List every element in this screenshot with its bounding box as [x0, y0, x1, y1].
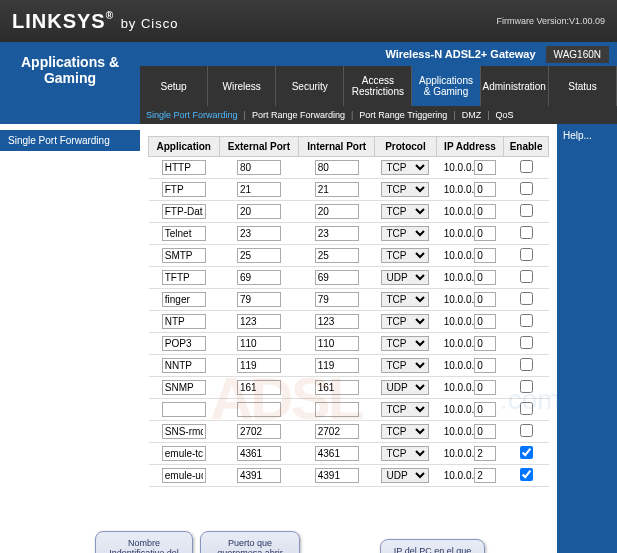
protocol-select[interactable]: UDP	[381, 270, 429, 285]
external-port-input[interactable]	[237, 204, 281, 219]
protocol-select[interactable]: UDP	[381, 380, 429, 395]
application-input[interactable]	[162, 468, 206, 483]
internal-port-input[interactable]	[315, 402, 359, 417]
application-input[interactable]	[162, 292, 206, 307]
internal-port-input[interactable]	[315, 358, 359, 373]
protocol-select[interactable]: UDP	[381, 468, 429, 483]
enable-checkbox[interactable]	[520, 402, 533, 415]
external-port-input[interactable]	[237, 446, 281, 461]
external-port-input[interactable]	[237, 182, 281, 197]
external-port-input[interactable]	[237, 314, 281, 329]
enable-checkbox[interactable]	[520, 204, 533, 217]
application-input[interactable]	[162, 380, 206, 395]
enable-checkbox[interactable]	[520, 446, 533, 459]
ip-last-octet-input[interactable]	[474, 248, 496, 263]
enable-checkbox[interactable]	[520, 358, 533, 371]
external-port-input[interactable]	[237, 270, 281, 285]
external-port-input[interactable]	[237, 336, 281, 351]
application-input[interactable]	[162, 336, 206, 351]
application-input[interactable]	[162, 182, 206, 197]
subtab-dmz[interactable]: DMZ	[462, 110, 482, 120]
application-input[interactable]	[162, 358, 206, 373]
enable-checkbox[interactable]	[520, 380, 533, 393]
enable-checkbox[interactable]	[520, 160, 533, 173]
internal-port-input[interactable]	[315, 336, 359, 351]
application-input[interactable]	[162, 402, 206, 417]
protocol-select[interactable]: TCP	[381, 248, 429, 263]
application-input[interactable]	[162, 424, 206, 439]
tab-setup[interactable]: Setup	[140, 66, 208, 106]
protocol-select[interactable]: TCP	[381, 446, 429, 461]
internal-port-input[interactable]	[315, 226, 359, 241]
ip-last-octet-input[interactable]	[474, 380, 496, 395]
enable-checkbox[interactable]	[520, 182, 533, 195]
ip-last-octet-input[interactable]	[474, 402, 496, 417]
subtab-single-port-forwarding[interactable]: Single Port Forwarding	[146, 110, 238, 120]
ip-last-octet-input[interactable]	[474, 270, 496, 285]
ip-last-octet-input[interactable]	[474, 182, 496, 197]
protocol-select[interactable]: TCP	[381, 402, 429, 417]
ip-last-octet-input[interactable]	[474, 314, 496, 329]
ip-last-octet-input[interactable]	[474, 226, 496, 241]
internal-port-input[interactable]	[315, 380, 359, 395]
external-port-input[interactable]	[237, 226, 281, 241]
external-port-input[interactable]	[237, 358, 281, 373]
external-port-input[interactable]	[237, 402, 281, 417]
internal-port-input[interactable]	[315, 270, 359, 285]
ip-last-octet-input[interactable]	[474, 204, 496, 219]
protocol-select[interactable]: TCP	[381, 160, 429, 175]
tab-security[interactable]: Security	[276, 66, 344, 106]
ip-last-octet-input[interactable]	[474, 468, 496, 483]
external-port-input[interactable]	[237, 424, 281, 439]
internal-port-input[interactable]	[315, 424, 359, 439]
ip-last-octet-input[interactable]	[474, 336, 496, 351]
protocol-select[interactable]: TCP	[381, 424, 429, 439]
subtab-port-range-triggering[interactable]: Port Range Triggering	[359, 110, 447, 120]
ip-last-octet-input[interactable]	[474, 446, 496, 461]
external-port-input[interactable]	[237, 292, 281, 307]
application-input[interactable]	[162, 204, 206, 219]
external-port-input[interactable]	[237, 160, 281, 175]
application-input[interactable]	[162, 446, 206, 461]
tab-status[interactable]: Status	[549, 66, 617, 106]
subtab-qos[interactable]: QoS	[496, 110, 514, 120]
tab-applications-gaming[interactable]: Applications & Gaming	[412, 66, 480, 106]
ip-last-octet-input[interactable]	[474, 424, 496, 439]
tab-wireless[interactable]: Wireless	[208, 66, 276, 106]
internal-port-input[interactable]	[315, 314, 359, 329]
enable-checkbox[interactable]	[520, 336, 533, 349]
ip-last-octet-input[interactable]	[474, 358, 496, 373]
enable-checkbox[interactable]	[520, 424, 533, 437]
ip-last-octet-input[interactable]	[474, 160, 496, 175]
internal-port-input[interactable]	[315, 292, 359, 307]
enable-checkbox[interactable]	[520, 292, 533, 305]
enable-checkbox[interactable]	[520, 270, 533, 283]
protocol-select[interactable]: TCP	[381, 336, 429, 351]
subtab-port-range-forwarding[interactable]: Port Range Forwarding	[252, 110, 345, 120]
tab-access-restrictions[interactable]: Access Restrictions	[344, 66, 412, 106]
application-input[interactable]	[162, 270, 206, 285]
application-input[interactable]	[162, 226, 206, 241]
protocol-select[interactable]: TCP	[381, 182, 429, 197]
enable-checkbox[interactable]	[520, 468, 533, 481]
help-panel[interactable]: Help...	[557, 124, 617, 553]
internal-port-input[interactable]	[315, 248, 359, 263]
internal-port-input[interactable]	[315, 468, 359, 483]
enable-checkbox[interactable]	[520, 248, 533, 261]
internal-port-input[interactable]	[315, 160, 359, 175]
application-input[interactable]	[162, 160, 206, 175]
external-port-input[interactable]	[237, 380, 281, 395]
protocol-select[interactable]: TCP	[381, 314, 429, 329]
internal-port-input[interactable]	[315, 182, 359, 197]
internal-port-input[interactable]	[315, 446, 359, 461]
protocol-select[interactable]: TCP	[381, 292, 429, 307]
application-input[interactable]	[162, 314, 206, 329]
internal-port-input[interactable]	[315, 204, 359, 219]
ip-last-octet-input[interactable]	[474, 292, 496, 307]
enable-checkbox[interactable]	[520, 314, 533, 327]
external-port-input[interactable]	[237, 248, 281, 263]
tab-administration[interactable]: Administration	[481, 66, 549, 106]
application-input[interactable]	[162, 248, 206, 263]
enable-checkbox[interactable]	[520, 226, 533, 239]
protocol-select[interactable]: TCP	[381, 204, 429, 219]
